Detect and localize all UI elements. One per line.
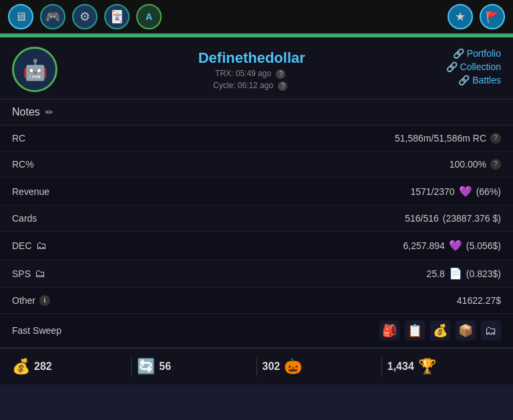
sweep-icon-2[interactable]: 📋 xyxy=(405,321,425,341)
cards-row: Cards 516/516 (23887.376 $) xyxy=(0,206,513,232)
notes-header: Notes ✏ xyxy=(0,99,513,126)
dec-row: DEC 🗂 6,257.894 💜 (5.056$) xyxy=(0,232,513,260)
revenue-value: 1571/2370 💜 (66%) xyxy=(410,185,501,198)
progress-bar xyxy=(0,35,513,37)
nav-icon-settings[interactable]: ⚙ xyxy=(72,4,98,29)
stat-gold: 💰 282 xyxy=(12,358,126,375)
collection-icon: 🔗 xyxy=(446,61,458,72)
portfolio-link[interactable]: 🔗 Portfolio xyxy=(453,48,501,59)
battles-icon: 🔗 xyxy=(458,75,470,85)
stat-cycle: 🔄 56 xyxy=(137,358,250,375)
trophy-icon: 🏆 xyxy=(418,358,436,375)
fast-sweep-label: Fast Sweep xyxy=(12,325,106,336)
gold-value: 282 xyxy=(34,361,52,373)
profile-trx: TRX: 05:49 ago ? xyxy=(215,69,288,79)
revenue-label: Revenue xyxy=(12,186,106,197)
profile-links: 🔗 Portfolio 🔗 Collection 🔗 Battles xyxy=(446,47,501,85)
stat-trophy: 1,434 🏆 xyxy=(387,358,501,375)
rcpct-row: RC% 100.00% ? xyxy=(0,152,513,178)
rcpct-value: 100.00% ? xyxy=(450,159,501,170)
other-value: 41622.27$ xyxy=(457,295,501,306)
profile-info: Definethedollar TRX: 05:49 ago ? Cycle: … xyxy=(68,47,436,91)
nav-icon-user[interactable]: A xyxy=(136,4,162,29)
revenue-row: Revenue 1571/2370 💜 (66%) xyxy=(0,178,513,206)
stat-divider-3 xyxy=(381,357,382,377)
sweep-icon-4[interactable]: 📦 xyxy=(456,321,476,341)
sps-row: SPS 🗂 25.8 📄 (0.823$) xyxy=(0,260,513,288)
top-nav: 🖥 🎮 ⚙ 🃏 A ★ 🚩 xyxy=(0,0,513,35)
nav-icon-card[interactable]: 🃏 xyxy=(104,4,130,29)
rc-value: 51,586m/51,586m RC ? xyxy=(395,133,501,144)
battles-link[interactable]: 🔗 Battles xyxy=(458,75,501,85)
sps-wallet-icon[interactable]: 🗂 xyxy=(35,268,45,280)
revenue-token-icon: 💜 xyxy=(459,185,472,198)
portfolio-icon: 🔗 xyxy=(453,48,464,59)
gold-icon: 💰 xyxy=(12,358,30,375)
stat-divider-1 xyxy=(131,357,132,377)
profile-name: Definethedollar xyxy=(198,49,305,67)
dec-value: 6,257.894 💜 (5.056$) xyxy=(403,239,501,252)
cycle-icon: 🔄 xyxy=(137,358,155,375)
avatar: 🤖 xyxy=(12,47,57,92)
trophy-value: 1,434 xyxy=(387,361,414,373)
trx-info-icon[interactable]: ? xyxy=(276,69,285,79)
sps-token-icon: 📄 xyxy=(449,267,462,280)
profile-cycle: Cycle: 06:12 ago ? xyxy=(213,81,290,91)
sweep-icon-3[interactable]: 💰 xyxy=(430,321,450,341)
pumpkin-icon: 🎃 xyxy=(284,358,302,375)
progress-bar-fill xyxy=(0,35,513,37)
sweep-icon-5[interactable]: 🗂 xyxy=(481,321,501,341)
nav-icon-star[interactable]: ★ xyxy=(448,4,473,29)
rcpct-label: RC% xyxy=(12,159,106,170)
stat-divider-2 xyxy=(256,357,257,377)
stat-pumpkin: 302 🎃 xyxy=(263,358,376,375)
data-section: RC 51,586m/51,586m RC ? RC% 100.00% ? Re… xyxy=(0,126,513,314)
rc-row: RC 51,586m/51,586m RC ? xyxy=(0,126,513,152)
sps-value: 25.8 📄 (0.823$) xyxy=(427,267,501,280)
pumpkin-value: 302 xyxy=(263,361,281,373)
collection-link[interactable]: 🔗 Collection xyxy=(446,61,501,72)
fast-sweep-row: Fast Sweep 🎒 📋 💰 📦 🗂 xyxy=(0,314,513,348)
dec-token-icon: 💜 xyxy=(449,239,462,252)
nav-icon-gamepad[interactable]: 🎮 xyxy=(40,4,65,29)
rc-label: RC xyxy=(12,133,106,144)
dec-label: DEC 🗂 xyxy=(12,240,106,252)
sps-label: SPS 🗂 xyxy=(12,268,106,280)
fast-sweep-icons: 🎒 📋 💰 📦 🗂 xyxy=(379,321,501,341)
other-label: Other ℹ xyxy=(12,295,106,306)
nav-icon-flag[interactable]: 🚩 xyxy=(480,4,505,29)
other-info-icon[interactable]: ℹ xyxy=(39,295,50,306)
sweep-icon-1[interactable]: 🎒 xyxy=(379,321,399,341)
notes-edit-icon[interactable]: ✏ xyxy=(45,107,53,118)
rc-info-icon[interactable]: ? xyxy=(490,133,501,144)
other-row: Other ℹ 41622.27$ xyxy=(0,288,513,314)
bottom-stats: 💰 282 🔄 56 302 🎃 1,434 🏆 xyxy=(0,348,513,385)
dec-wallet-icon[interactable]: 🗂 xyxy=(36,240,47,252)
cards-label: Cards xyxy=(12,213,106,224)
rcpct-info-icon[interactable]: ? xyxy=(490,159,501,170)
cycle-info-icon[interactable]: ? xyxy=(278,81,287,91)
cards-value: 516/516 (23887.376 $) xyxy=(405,213,501,224)
notes-label: Notes xyxy=(12,106,40,118)
cycle-value: 56 xyxy=(159,361,171,373)
nav-icon-monitor[interactable]: 🖥 xyxy=(8,4,33,29)
profile-section: 🤖 Definethedollar TRX: 05:49 ago ? Cycle… xyxy=(0,37,513,99)
